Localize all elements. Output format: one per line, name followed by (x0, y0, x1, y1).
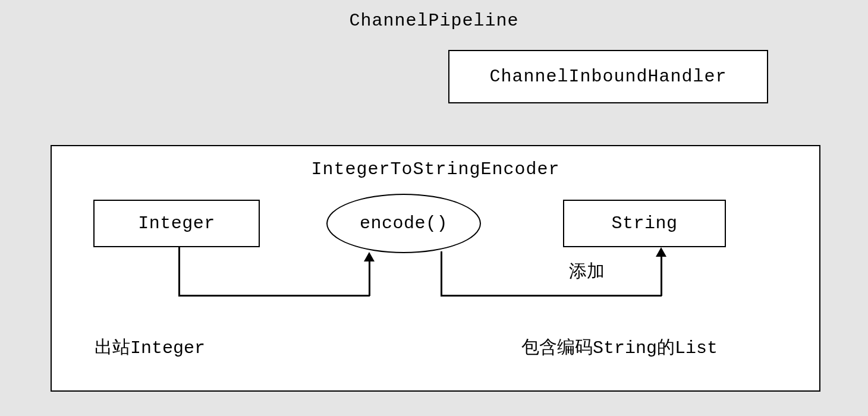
outbound-integer-label: 出站Integer (95, 335, 205, 360)
encoder-title: IntegerToStringEncoder (311, 159, 559, 179)
arrow-encode-to-string (441, 251, 442, 296)
outbound-prefix: 出站 (95, 337, 130, 357)
list-type: String (593, 338, 657, 358)
list-suffix-2: List (675, 338, 718, 358)
list-suffix-1: 的 (657, 337, 675, 357)
string-label: String (611, 213, 677, 234)
arrow-integer-to-encode (178, 295, 370, 297)
list-prefix: 包含编码 (521, 337, 593, 357)
pipeline-title: ChannelPipeline (349, 11, 518, 31)
arrow-encode-to-string (661, 256, 662, 296)
encode-label: encode() (360, 213, 448, 234)
outbound-type: Integer (130, 338, 205, 358)
inbound-handler-label: ChannelInboundHandler (489, 67, 727, 87)
inbound-handler-box: ChannelInboundHandler (448, 50, 768, 103)
add-label: 添加 (569, 259, 605, 283)
arrow-head-icon (656, 247, 666, 257)
encoder-box: IntegerToStringEncoder Integer encode() … (51, 145, 820, 392)
encoded-list-label: 包含编码String的List (521, 335, 718, 360)
arrow-head-icon (364, 252, 375, 261)
integer-box: Integer (93, 200, 260, 247)
arrow-integer-to-encode (369, 260, 370, 296)
integer-label: Integer (138, 213, 215, 234)
arrow-integer-to-encode (178, 247, 180, 296)
encode-ellipse: encode() (326, 194, 481, 253)
string-box: String (563, 200, 726, 247)
arrow-encode-to-string (441, 295, 662, 297)
